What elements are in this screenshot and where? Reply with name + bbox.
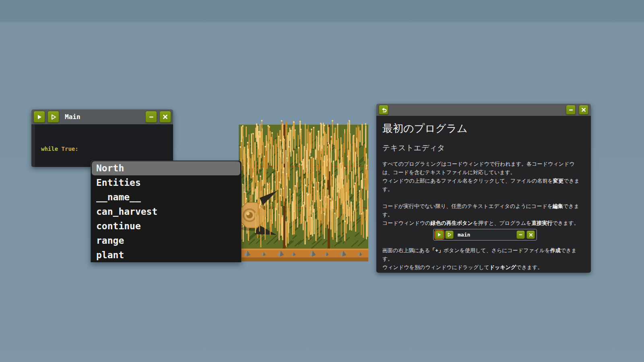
tutorial-subtitle: テキストエディタ [382, 143, 585, 153]
farm-base [239, 249, 368, 261]
close-button[interactable] [159, 111, 171, 123]
tutorial-mini-code-window: main [433, 229, 537, 241]
autocomplete-popup: North Entities __name__ can_harvest cont… [91, 160, 242, 262]
minimize-icon [518, 232, 523, 237]
mini-minimize-button [516, 230, 525, 239]
close-icon [529, 233, 533, 237]
code-window-main: Main while True: if can_harvest(): harve… [31, 109, 173, 167]
tutorial-paragraph: すべてのプログラミングはコードウィンドウで行われます。各コードウィンドウは、コー… [382, 160, 585, 193]
tutorial-paragraph: コードが実行中でない限り、任意のテキストエディタのようにコードを編集できます。 … [382, 202, 585, 227]
autocomplete-item-selected[interactable]: North [92, 161, 240, 175]
autocomplete-item[interactable]: can_harvest [91, 204, 241, 219]
code-window-title[interactable]: Main [65, 113, 143, 121]
run-button[interactable] [33, 111, 45, 123]
tutorial-minimize-button[interactable] [566, 105, 576, 115]
mini-step-button [445, 230, 454, 239]
mini-close-button [526, 230, 535, 239]
tutorial-window: 最初のプログラム テキストエディタ すべてのプログラミングはコードウィンドウで行… [376, 104, 591, 273]
autocomplete-item[interactable]: Entities [91, 175, 241, 190]
play-icon [37, 114, 42, 120]
farm-scene [239, 119, 368, 262]
tutorial-close-button[interactable] [579, 105, 588, 115]
play-outline-icon [447, 232, 452, 237]
close-icon [163, 114, 168, 119]
mini-run-button-highlighted [435, 230, 444, 239]
autocomplete-item[interactable]: __name__ [91, 190, 241, 204]
tutorial-title: 最初のプログラム [382, 121, 585, 136]
back-button[interactable] [379, 105, 388, 115]
code-gutter [31, 124, 35, 167]
mini-window-title: main [458, 232, 515, 238]
minimize-icon [149, 114, 154, 120]
tutorial-paragraph: 画面の右上隅にある「+」ボタンを使用して、さらにコードファイルを作成できます。 … [382, 246, 585, 272]
play-outline-icon [51, 114, 56, 120]
autocomplete-item[interactable]: range [91, 233, 241, 248]
autocomplete-item[interactable]: plant [91, 248, 241, 262]
step-button[interactable] [47, 111, 59, 123]
minimize-icon [568, 107, 574, 113]
back-arrow-icon [381, 107, 387, 113]
close-icon [581, 107, 586, 112]
minimize-button[interactable] [145, 111, 157, 123]
code-window-titlebar[interactable]: Main [31, 109, 173, 124]
tutorial-content: 最初のプログラム テキストエディタ すべてのプログラミングはコードウィンドウで行… [376, 116, 591, 273]
autocomplete-item[interactable]: continue [91, 219, 241, 233]
tutorial-titlebar[interactable] [376, 104, 591, 116]
play-icon [437, 232, 442, 237]
